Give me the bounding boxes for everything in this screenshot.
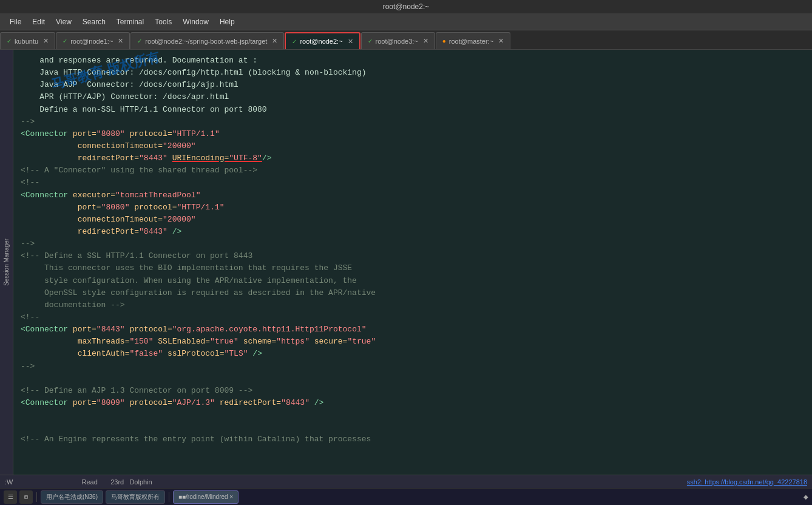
tab-root-master-close[interactable]: ✕ [498, 37, 504, 45]
tab-root-node1-label: root@node1:~ [70, 38, 113, 45]
status-mode: :W Read 23rd Dolphin [5, 478, 682, 486]
tabs-bar: ✓ kubuntu ✕ ✓ root@node1:~ ✕ ✓ root@node… [0, 30, 812, 50]
taskbar-icon-1[interactable]: ☰ [4, 490, 17, 504]
taskbar-item-user-label: 用户名毛浩成(N36) [46, 493, 98, 501]
title-text: root@node2:~ [383, 2, 430, 11]
taskbar-sep-2 [169, 492, 169, 502]
taskbar-item-copyright-label: 马哥教育版权所有 [111, 493, 160, 501]
terminal-pre: and responses are returned. Documentatio… [21, 55, 805, 446]
tab-root-node2-label: root@node2:~ [300, 38, 342, 45]
taskbar-item-terminal-label: ■■/rodine/Mindred × [178, 493, 233, 500]
status-bar: :W Read 23rd Dolphin ssh2: https://blog.… [0, 475, 812, 488]
taskbar-clock: ◆ [804, 493, 808, 500]
check-icon-5: ✓ [368, 38, 373, 44]
taskbar-item-terminal[interactable]: ■■/rodine/Mindred × [173, 490, 239, 504]
check-icon: ✓ [7, 38, 12, 44]
taskbar-item-user[interactable]: 用户名毛浩成(N36) [41, 490, 103, 504]
tab-root-node2-spring-close[interactable]: ✕ [272, 37, 277, 45]
tab-root-node1[interactable]: ✓ root@node1:~ ✕ [56, 32, 130, 49]
tab-root-node2-spring[interactable]: ✓ root@node2:~/spring-boot-web-jsp/targe… [130, 32, 284, 49]
orange-icon: ● [442, 38, 446, 44]
menu-edit[interactable]: Edit [27, 16, 50, 27]
check-icon-3: ✓ [137, 38, 142, 44]
menu-view[interactable]: View [51, 16, 76, 27]
taskbar-sep-1 [36, 492, 37, 502]
tab-kubuntu[interactable]: ✓ kubuntu ✕ [0, 32, 55, 49]
tab-root-node3-close[interactable]: ✕ [423, 37, 428, 45]
tab-root-node2[interactable]: ✓ root@node2:~ ✕ [285, 32, 360, 49]
check-icon-2: ✓ [63, 38, 67, 44]
tab-root-master[interactable]: ● root@master:~ ✕ [436, 32, 510, 49]
taskbar: ☰ ⊞ 用户名毛浩成(N36) 马哥教育版权所有 ■■/rodine/Mindr… [0, 488, 812, 505]
taskbar-right: ◆ [804, 493, 808, 500]
tab-root-node1-close[interactable]: ✕ [118, 37, 123, 45]
taskbar-icon-2[interactable]: ⊞ [19, 490, 33, 504]
menu-bar: File Edit View Search Terminal Tools Win… [0, 13, 812, 30]
title-bar: root@node2:~ [0, 0, 812, 13]
taskbar-item-copyright[interactable]: 马哥教育版权所有 [106, 490, 165, 504]
tab-kubuntu-label: kubuntu [15, 38, 38, 45]
menu-search[interactable]: Search [78, 16, 110, 27]
session-sidebar-label: Session Manager [3, 239, 10, 286]
status-ssh-link[interactable]: ssh2: https://blog.csdn.net/qq_42227818 [687, 478, 807, 486]
session-sidebar: Session Manager [0, 50, 13, 475]
menu-help[interactable]: Help [215, 16, 240, 27]
check-icon-4: ✓ [292, 38, 297, 45]
menu-file[interactable]: File [5, 16, 26, 27]
tab-root-node3-label: root@node3:~ [376, 38, 418, 45]
tab-root-node2-spring-label: root@node2:~/spring-boot-web-jsp/target [145, 38, 267, 45]
terminal-content[interactable]: 马哥教育-版权所有 and responses are returned. Do… [13, 50, 812, 475]
main-layout: Session Manager 马哥教育-版权所有 and responses … [0, 50, 812, 475]
menu-tools[interactable]: Tools [150, 16, 177, 27]
tab-root-node3[interactable]: ✓ root@node3:~ ✕ [361, 32, 435, 49]
menu-window[interactable]: Window [178, 16, 214, 27]
tab-root-master-label: root@master:~ [449, 38, 493, 45]
tab-kubuntu-close[interactable]: ✕ [43, 37, 49, 45]
tab-root-node2-close[interactable]: ✕ [348, 38, 353, 46]
menu-terminal[interactable]: Terminal [112, 16, 149, 27]
